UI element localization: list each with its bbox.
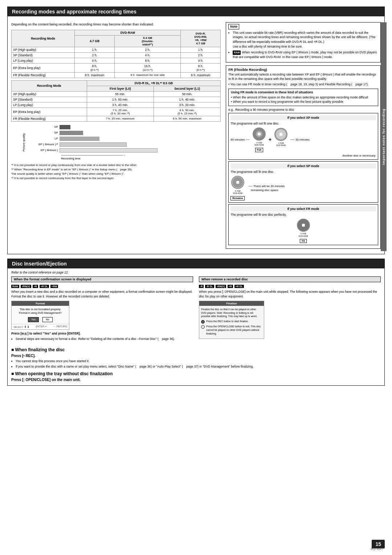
table-row: SP (Standard) 2 h. 4 h. 2 h. xyxy=(12,52,221,58)
format-screen-line2: Format it using DVD Management? xyxy=(13,311,67,315)
diagram-sp-content: The programme will fit one disc. 4.7GBDV… xyxy=(230,170,376,200)
format-bullets: Several steps are necessary to format a … xyxy=(11,337,193,341)
note-item-2: RAM When recording to DVD-RAM using EP (… xyxy=(233,50,378,60)
disc-xp-2: 4.7GBDVD-RAM xyxy=(274,128,287,152)
badge-ram: RAM xyxy=(11,285,19,288)
nav-return: ← RETURN xyxy=(53,325,67,329)
bar-sp: SP xyxy=(27,130,221,135)
finalizing-bullets: You cannot stop this process once you ha… xyxy=(11,359,381,369)
table2-header-l1: Second layer (L1) xyxy=(154,86,220,91)
section2-content: Refer to the control reference on page 1… xyxy=(8,268,384,344)
recording-chart: Picture quality XP SP LP xyxy=(22,125,221,160)
badge-rwv: -RW(V) xyxy=(21,285,31,288)
remove-disc-header: When remove a recorded disc xyxy=(199,276,381,282)
intro-text: Depending on the content being recorded,… xyxy=(11,22,221,27)
nav-enter: ENTER ↵ xyxy=(36,325,48,329)
table1-header-94: 9.4 GB(Double-sided*¹) xyxy=(115,35,181,47)
format-screen-line1: This disc is not formatted properly. xyxy=(13,308,67,312)
format-yes-button[interactable]: Yes xyxy=(28,317,39,323)
badge-rwv2: -RW(V) xyxy=(216,285,226,288)
table-row: FR (Flexible Recording) 7 h. 25 min. max… xyxy=(12,116,221,121)
badge-plusrdl2: +R DL xyxy=(234,285,244,288)
diagram-xp-title: If you select XP mode xyxy=(230,115,376,120)
finalizing-bullet-1: You cannot stop this process once you ha… xyxy=(16,359,381,364)
table-row: EP (Extra long play) 7 h. 25 min.(5 h. 3… xyxy=(12,108,221,116)
section1-header: Recording modes and approximate recordin… xyxy=(8,7,384,16)
diagram-xp-content: The programme will not fit one disc. 60 … xyxy=(230,122,376,158)
diagram-fr-title: If you select FR mode xyxy=(230,206,376,211)
diagram-sp-title: If you select SP mode xyxy=(230,163,376,169)
table2-header-mode: Recording Mode xyxy=(12,80,87,91)
note-box: Note This unit uses variable bit rate (V… xyxy=(226,22,381,62)
format-screen-mockup: Format This disc is not formatted proper… xyxy=(11,301,69,330)
format-screen-nav: SELECT ⬆⬇ ENTER ↵ ← RETURN xyxy=(12,324,69,329)
when-opening-section: ■ When opening the tray without disc fin… xyxy=(8,371,384,382)
fr-sit-title: Using FR mode is convenient in these kin… xyxy=(231,90,376,94)
table2-header-dvdrdl: DVD-R DL, +R DL*³ 8.5 GB xyxy=(87,80,221,86)
section2-wrapper: Disc Insertion/Ejection Refer to the con… xyxy=(7,259,385,385)
footnote-3: *³ It is not possible to record continuo… xyxy=(11,176,221,181)
finalize-row-1: ● Press the REC button to start finalize… xyxy=(201,320,262,324)
finalize-row-2: ○ Press the OPEN/CLOSE button to exit. T… xyxy=(201,325,262,335)
table2: Recording Mode DVD-R DL, +R DL*³ 8.5 GB … xyxy=(11,80,221,122)
table-row: XP (High quality) 1 h. 2 h. 1 h. xyxy=(12,47,221,52)
section1-left: Depending on the content being recorded,… xyxy=(11,22,221,251)
important-notes-sidebar: Important notes for recording xyxy=(381,22,387,251)
table-row: FR (Flexible Recording) 8 h. maximum 8 h… xyxy=(12,72,221,78)
disc-fr: 4.7GBDVD-RAM Fit xyxy=(297,219,310,243)
when-finalizing-section: ■ When finalizing the disc Press [• REC]… xyxy=(8,347,384,369)
table1-header-dvdram: DVD-RAM xyxy=(75,30,181,35)
finalizing-bullet-2: If you want to provide the disc with a n… xyxy=(16,364,381,369)
table1-header-dvdr: DVD-R,DVD-RW,+R, +RW4.7 GB xyxy=(181,30,221,47)
badge-plusr2: +R xyxy=(228,285,233,288)
nav-select: SELECT ⬆⬇ xyxy=(13,325,30,329)
disc-sp: 4.7GBDVD-RAM Remains xyxy=(230,176,245,200)
fr-text: The unit automatically selects a recordi… xyxy=(228,73,378,81)
finalize-row1-text: Press the REC button to start finalize. xyxy=(206,320,249,323)
table-row: SP (Standard) 1 h. 50 min. 1 h. 40 min. xyxy=(12,97,221,102)
section2-columns: When the format confirmation screen is d… xyxy=(11,276,381,342)
badge-plusrw: +RW xyxy=(50,285,58,288)
bar-ep6: EP ( 6Hours )*² xyxy=(27,142,221,147)
badge-plusr: +R xyxy=(33,285,38,288)
footnotes: *¹ It is not possible to record or play … xyxy=(11,163,221,181)
diagram-fr: If you select FR mode The programme will… xyxy=(228,204,378,246)
format-badges: RAM -RW(V) +R +R DL +RW xyxy=(11,284,193,288)
diagram-xp: If you select XP mode The programme will… xyxy=(228,113,378,160)
fr-sit-item-1: • When the amount of free space on the d… xyxy=(231,95,376,100)
format-screen-title: Format xyxy=(12,301,69,306)
fr-situations: Using FR mode is convenient in these kin… xyxy=(228,89,378,106)
format-bullet-1: Several steps are necessary to format a … xyxy=(16,337,193,341)
diagram-sp: If you select SP mode The programme will… xyxy=(228,161,378,203)
finalize-row2-text: Press the OPEN/CLOSE button to exit. Thi… xyxy=(206,325,262,335)
when-finalizing-title: ■ When finalizing the disc xyxy=(11,347,381,352)
note-title: Note xyxy=(228,24,239,29)
section2-title: Disc Insertion/Ejection xyxy=(12,261,67,267)
note-list: This unit uses variable bit rate (VBR) r… xyxy=(228,31,378,60)
table-row: LP (Long play) 4 h. 8 h. 4 h. xyxy=(12,58,221,63)
format-screen-buttons: Yes No xyxy=(13,317,67,323)
fr-example: e.g., Recording a 90 minutes programme t… xyxy=(228,108,378,112)
when-finalizing-subtitle: Press [• REC]. xyxy=(11,354,381,358)
bar-xp: XP xyxy=(27,125,221,130)
finalize-screen-mockup: Finalize Finalize the disc so that it ca… xyxy=(199,301,264,339)
fr-title: FR (Flexible Recording) xyxy=(228,68,378,72)
section2-header: Disc Insertion/Ejection xyxy=(8,259,384,268)
section1-title: Recording modes and approximate recordin… xyxy=(12,9,136,15)
diagram-fr-content: The programme will fit one disc perfectl… xyxy=(230,213,376,243)
footnote-1: *¹ It is not possible to record or play … xyxy=(11,163,221,167)
section1-right: Note This unit uses variable bit rate (V… xyxy=(226,22,381,251)
format-confirmation-section: When the format confirmation screen is d… xyxy=(11,276,193,342)
footnote-2: *² When "Recording time in EP mode" is s… xyxy=(11,167,221,176)
when-opening-title: ■ When opening the tray without disc fin… xyxy=(11,371,381,376)
circle-icon-outline: ○ xyxy=(201,325,205,329)
plus-sign: + xyxy=(269,136,271,143)
ram-badge: RAM xyxy=(233,50,241,55)
fr-sit-item-2: • When you want to record a long program… xyxy=(231,100,376,104)
chart-x-arrow: ──────────────────────────────→ xyxy=(61,154,221,157)
finalize-screen-text: Finalize the disc so that it can be play… xyxy=(201,308,262,318)
table2-header-l0: First layer (L0) xyxy=(87,86,154,91)
format-no-button[interactable]: No xyxy=(42,317,53,323)
table1: Recording Mode DVD-RAM DVD-R,DVD-RW,+R, … xyxy=(11,30,221,78)
table-row: LP (Long play) 3 h. 40 min. 3 h. 20 min. xyxy=(12,102,221,108)
